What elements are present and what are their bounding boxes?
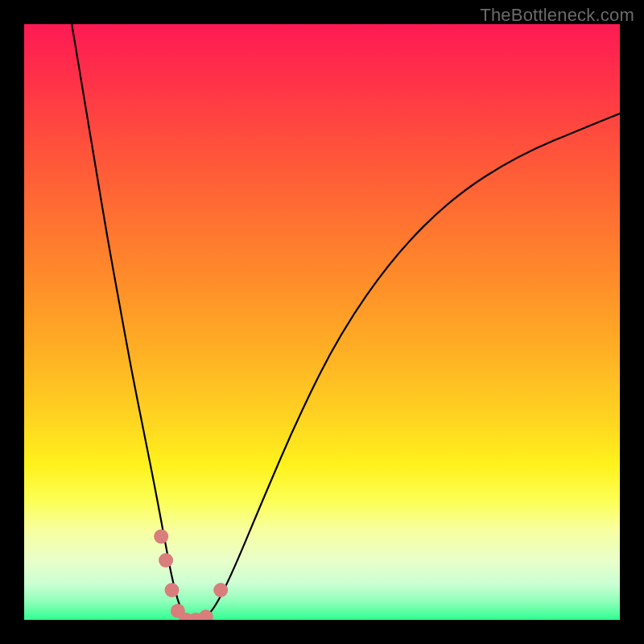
bottleneck-curve [72,24,620,620]
data-marker [165,583,180,597]
curve-layer [24,24,620,620]
data-marker [159,553,173,568]
data-marker [213,583,228,597]
chart-frame: TheBottleneck.com [0,0,644,644]
plot-area [24,24,620,620]
watermark-text: TheBottleneck.com [480,5,634,26]
data-marker [154,529,168,543]
